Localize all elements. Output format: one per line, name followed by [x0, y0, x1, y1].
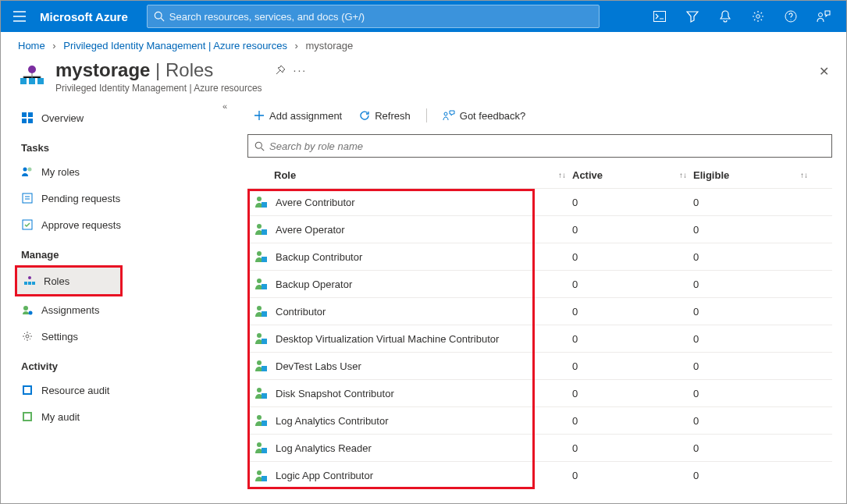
role-cell[interactable]: Contributor [247, 304, 572, 318]
role-icon [254, 222, 268, 236]
svg-point-52 [257, 470, 262, 475]
column-eligible[interactable]: Eligible ↑↓ [693, 169, 814, 181]
svg-rect-49 [262, 421, 267, 426]
table-row[interactable]: Disk Snapshot Contributor00 [247, 380, 832, 407]
svg-point-18 [28, 276, 31, 279]
svg-rect-45 [262, 366, 267, 371]
svg-rect-9 [37, 78, 44, 84]
feedback-button[interactable] [807, 1, 840, 32]
add-assignment-button[interactable]: Add assignment [247, 107, 348, 125]
table-header: Role ↑↓ Active ↑↓ Eligible ↑↓ [247, 162, 832, 189]
role-cell[interactable]: Avere Operator [247, 222, 572, 236]
role-cell[interactable]: Disk Snapshot Contributor [247, 386, 572, 400]
brand-label[interactable]: Microsoft Azure [40, 10, 128, 23]
sidebar-item-settings[interactable]: Settings [15, 323, 235, 350]
sidebar-item-resource-audit[interactable]: Resource audit [15, 377, 235, 403]
table-row[interactable]: Avere Contributor00 [247, 189, 832, 216]
breadcrumb-separator: › [295, 40, 298, 51]
role-cell[interactable]: DevTest Labs User [247, 359, 572, 373]
svg-rect-8 [29, 78, 35, 84]
role-icon [254, 386, 268, 400]
svg-point-0 [155, 12, 162, 19]
breadcrumb-home[interactable]: Home [18, 40, 45, 51]
table-row[interactable]: Log Analytics Reader00 [247, 435, 832, 462]
collapse-sidebar[interactable]: « [222, 101, 227, 111]
table-row[interactable]: DevTest Labs User00 [247, 353, 832, 380]
sort-icon: ↑↓ [558, 171, 566, 179]
role-cell[interactable]: Avere Contributor [247, 195, 572, 209]
global-search-input[interactable] [169, 11, 593, 23]
sidebar-item-roles[interactable]: Roles [17, 268, 120, 294]
table-row[interactable]: Desktop Virtualization Virtual Machine C… [247, 325, 832, 353]
active-cell: 0 [572, 415, 693, 427]
svg-point-48 [257, 415, 262, 420]
grid-icon [21, 112, 34, 124]
sidebar-item-pending[interactable]: Pending requests [15, 185, 235, 211]
table-row[interactable]: Avere Operator00 [247, 216, 832, 243]
sidebar-item-assignments[interactable]: Assignments [15, 296, 235, 323]
bell-icon [720, 10, 731, 23]
column-active[interactable]: Active ↑↓ [572, 169, 693, 181]
pin-button[interactable] [275, 65, 286, 76]
sidebar-item-label: Settings [41, 331, 78, 343]
sidebar-item-label: My roles [41, 166, 80, 178]
gear-icon [752, 10, 764, 23]
svg-point-50 [257, 442, 262, 447]
eligible-cell: 0 [693, 306, 814, 318]
sidebar-item-overview[interactable]: Overview [15, 105, 235, 131]
table-row[interactable]: Contributor00 [247, 298, 832, 325]
notifications-button[interactable] [709, 1, 742, 32]
add-assignment-label: Add assignment [269, 110, 342, 122]
command-bar: Add assignment Refresh Got feedback? [247, 101, 832, 130]
role-cell[interactable]: Logic App Contributor [247, 469, 572, 483]
table-row[interactable]: Backup Operator00 [247, 271, 832, 298]
svg-rect-16 [23, 193, 32, 203]
sidebar-item-my-audit[interactable]: My audit [15, 403, 235, 430]
svg-rect-11 [28, 112, 33, 117]
table-row[interactable]: Backup Contributor00 [247, 243, 832, 271]
refresh-button[interactable]: Refresh [353, 107, 417, 125]
role-cell[interactable]: Log Analytics Contributor [247, 413, 572, 428]
sidebar-item-label: Resource audit [41, 385, 109, 396]
eligible-cell: 0 [693, 279, 814, 290]
eligible-cell: 0 [693, 224, 814, 236]
role-cell[interactable]: Backup Operator [247, 277, 572, 291]
feedback-label: Got feedback? [460, 110, 526, 122]
column-role[interactable]: Role ↑↓ [247, 169, 572, 181]
role-cell[interactable]: Desktop Virtualization Virtual Machine C… [247, 332, 572, 346]
role-search[interactable] [247, 134, 832, 158]
sidebar-section-activity: Activity [15, 350, 235, 377]
global-search[interactable] [147, 5, 600, 28]
cloud-shell-button[interactable] [643, 1, 676, 32]
help-button[interactable] [774, 1, 807, 32]
svg-rect-33 [262, 202, 267, 208]
svg-point-23 [29, 311, 33, 315]
menu-toggle[interactable] [7, 4, 32, 29]
role-cell[interactable]: Backup Contributor [247, 250, 572, 264]
main-panel: Add assignment Refresh Got feedback? Rol… [235, 101, 846, 498]
role-name: Backup Contributor [276, 251, 362, 263]
request-icon [21, 192, 34, 204]
table-row[interactable]: Logic App Contributor00 [247, 462, 832, 489]
role-cell[interactable]: Log Analytics Reader [247, 441, 572, 455]
search-icon [254, 141, 265, 151]
role-search-input[interactable] [269, 140, 825, 152]
table-row[interactable]: Log Analytics Contributor00 [247, 407, 832, 435]
svg-rect-41 [262, 311, 267, 317]
active-cell: 0 [572, 442, 693, 454]
directories-button[interactable] [676, 1, 709, 32]
svg-point-22 [23, 306, 28, 311]
active-cell: 0 [572, 306, 693, 318]
role-icon [254, 469, 268, 483]
svg-point-44 [257, 360, 262, 365]
more-button[interactable]: ··· [294, 64, 308, 76]
breadcrumb-pim[interactable]: Privileged Identity Management | Azure r… [63, 40, 287, 51]
eligible-cell: 0 [693, 388, 814, 399]
sidebar-item-approve[interactable]: Approve requests [15, 211, 235, 238]
sidebar-item-my-roles[interactable]: My roles [15, 158, 235, 185]
approve-icon [21, 218, 34, 231]
feedback-button[interactable]: Got feedback? [436, 107, 532, 125]
role-icon [254, 277, 268, 291]
close-button[interactable]: ✕ [819, 64, 829, 79]
settings-button[interactable] [742, 1, 774, 32]
